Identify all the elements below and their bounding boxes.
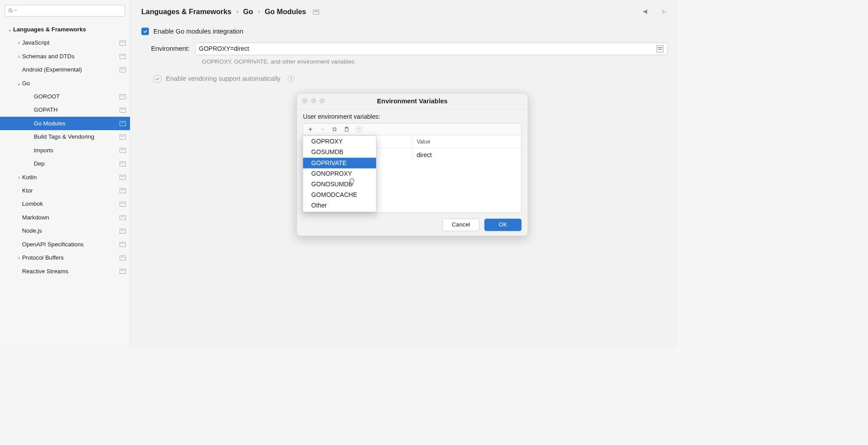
tree-item-go[interactable]: ⌄ Go bbox=[0, 76, 130, 90]
breadcrumb-separator: › bbox=[236, 8, 238, 15]
mouse-cursor-icon bbox=[349, 177, 356, 186]
module-badge-icon bbox=[120, 148, 126, 153]
module-badge-icon bbox=[120, 41, 126, 45]
module-badge-icon bbox=[120, 269, 126, 274]
tree-item-javascript[interactable]: › JavaScript bbox=[0, 36, 130, 49]
help-icon[interactable]: ? bbox=[356, 126, 362, 132]
user-env-vars-label: User environment variables: bbox=[303, 113, 522, 121]
vendoring-label: Enable vendoring support automatically bbox=[166, 75, 281, 83]
tree-heading[interactable]: ⌄ Languages & Frameworks bbox=[0, 23, 130, 36]
tree-item-imports[interactable]: Imports bbox=[0, 143, 130, 157]
svg-rect-2 bbox=[334, 128, 336, 131]
module-badge-icon bbox=[120, 161, 126, 166]
window-traffic-lights[interactable] bbox=[302, 98, 325, 103]
tree-item-goroot[interactable]: GOROOT bbox=[0, 90, 130, 103]
tree-item-dep[interactable]: Dep bbox=[0, 157, 130, 170]
paste-icon[interactable] bbox=[344, 126, 350, 132]
environment-label: Environment: bbox=[151, 45, 190, 53]
module-badge-icon bbox=[120, 135, 126, 140]
module-badge-icon bbox=[120, 215, 126, 220]
tree-item-gopath[interactable]: GOPATH bbox=[0, 103, 130, 117]
module-badge-icon bbox=[120, 121, 126, 126]
tree-item-build-tags[interactable]: Build Tags & Vendoring bbox=[0, 130, 130, 143]
nav-forward-icon bbox=[659, 8, 667, 16]
dd-option-gonosumdb[interactable]: GONOSUMDB bbox=[303, 179, 376, 190]
tree-item-reactive[interactable]: · Reactive Streams bbox=[0, 264, 130, 278]
tree-item-android[interactable]: · Android (Experimental) bbox=[0, 63, 130, 76]
module-badge-icon bbox=[120, 67, 126, 72]
remove-icon[interactable] bbox=[320, 126, 325, 132]
module-badge-icon bbox=[120, 175, 126, 180]
cell-value[interactable]: direct bbox=[412, 148, 521, 162]
help-icon[interactable]: ? bbox=[288, 75, 295, 83]
env-var-name-dropdown[interactable]: GOPROXY GOSUMDB GOPRIVATE GONOPROXY GONO… bbox=[303, 136, 377, 212]
ok-button[interactable]: OK bbox=[484, 219, 522, 231]
dialog-title: Environment Variables bbox=[377, 97, 448, 105]
minimize-dot-icon[interactable] bbox=[311, 98, 316, 103]
module-badge-icon bbox=[120, 255, 126, 260]
vendoring-row: Enable vendoring support automatically ? bbox=[154, 75, 667, 83]
cancel-button[interactable]: Cancel bbox=[442, 219, 480, 231]
dd-option-gonoproxy[interactable]: GONOPROXY bbox=[303, 168, 376, 179]
dd-option-other[interactable]: Other bbox=[303, 200, 376, 211]
enable-go-modules-label: Enable Go modules integration bbox=[153, 27, 243, 35]
module-badge-icon bbox=[313, 10, 319, 15]
list-icon[interactable] bbox=[657, 45, 664, 53]
tree-item-go-modules[interactable]: Go Modules bbox=[0, 117, 130, 130]
crumb-go-modules: Go Modules bbox=[265, 8, 306, 16]
col-value: Value bbox=[412, 136, 521, 148]
module-badge-icon bbox=[120, 188, 126, 193]
environment-hint: GOPROXY, GOPRIVATE, and other environmen… bbox=[202, 59, 667, 66]
crumb-go[interactable]: Go bbox=[243, 8, 253, 16]
tree-item-markdown[interactable]: · Markdown bbox=[0, 211, 130, 224]
tree-item-schemas[interactable]: › Schemas and DTDs bbox=[0, 49, 130, 63]
search-input[interactable] bbox=[5, 5, 125, 17]
env-vars-dialog: Environment Variables User environment v… bbox=[297, 93, 528, 236]
add-icon[interactable] bbox=[308, 126, 313, 132]
main-panel: Languages & Frameworks › Go › Go Modules… bbox=[130, 0, 677, 347]
tree-item-openapi[interactable]: · OpenAPI Specifications bbox=[0, 238, 130, 251]
module-badge-icon bbox=[120, 54, 126, 59]
module-badge-icon bbox=[120, 229, 126, 234]
vendoring-checkbox bbox=[154, 75, 161, 83]
module-badge-icon bbox=[120, 242, 126, 247]
svg-rect-3 bbox=[333, 128, 335, 130]
nav-back-icon[interactable] bbox=[642, 8, 650, 16]
zoom-dot-icon[interactable] bbox=[320, 98, 325, 103]
dd-option-gosumdb[interactable]: GOSUMDB bbox=[303, 147, 376, 158]
close-dot-icon[interactable] bbox=[302, 98, 308, 103]
copy-icon[interactable] bbox=[331, 126, 337, 132]
module-badge-icon bbox=[120, 94, 126, 99]
dd-option-goprivate[interactable]: GOPRIVATE bbox=[303, 158, 376, 168]
breadcrumb: Languages & Frameworks › Go › Go Modules bbox=[141, 8, 667, 16]
module-badge-icon bbox=[120, 108, 126, 113]
dd-option-goproxy[interactable]: GOPROXY bbox=[303, 136, 376, 147]
tree: ⌄ Languages & Frameworks › JavaScript › … bbox=[0, 23, 130, 278]
tree-item-lombok[interactable]: · Lombok bbox=[0, 197, 130, 211]
tree-item-protobuf[interactable]: › Protocol Buffers bbox=[0, 251, 130, 264]
breadcrumb-separator: › bbox=[258, 8, 260, 15]
env-vars-table: ? Value direct GOPROXY GOSUMDB GOPRIVATE… bbox=[303, 123, 522, 213]
sidebar: ⌄ Languages & Frameworks › JavaScript › … bbox=[0, 0, 130, 347]
tree-item-nodejs[interactable]: · Node.js bbox=[0, 224, 130, 238]
module-badge-icon bbox=[120, 202, 126, 207]
enable-go-modules-checkbox[interactable] bbox=[141, 27, 149, 35]
svg-point-0 bbox=[9, 9, 11, 11]
search-dropdown-icon bbox=[13, 8, 18, 13]
tree-item-kotlin[interactable]: › Kotlin bbox=[0, 170, 130, 184]
tree-item-ktor[interactable]: · Ktor bbox=[0, 184, 130, 197]
environment-input[interactable]: GOPROXY=direct bbox=[195, 43, 667, 55]
enable-go-modules-row[interactable]: Enable Go modules integration bbox=[141, 27, 667, 35]
dd-option-gomodcache[interactable]: GOMODCACHE bbox=[303, 190, 376, 200]
crumb-langframeworks[interactable]: Languages & Frameworks bbox=[141, 8, 232, 16]
